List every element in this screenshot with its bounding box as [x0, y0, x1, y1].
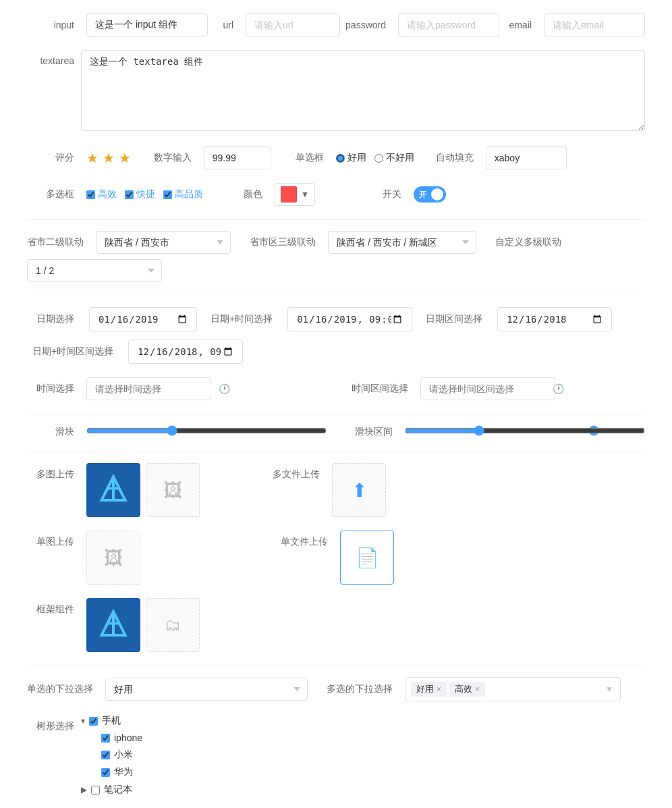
autofill-input[interactable] — [486, 146, 567, 169]
tree-root-checkbox[interactable] — [89, 717, 98, 726]
url-field[interactable] — [246, 14, 340, 36]
multi-select[interactable]: 好用 × 高效 × ▼ — [405, 677, 621, 701]
star-3[interactable]: ★ — [119, 151, 131, 165]
frame-logo[interactable] — [86, 598, 140, 652]
single-select[interactable]: 好用 — [105, 678, 308, 701]
checkbox-option-3[interactable]: 高品质 — [163, 188, 203, 200]
textarea-label: textarea — [27, 50, 74, 66]
checkbox-text-1: 高效 — [98, 188, 117, 200]
checkbox-input-3[interactable] — [163, 190, 172, 199]
color-dropdown-icon: ▼ — [301, 190, 309, 199]
date-input[interactable] — [89, 307, 197, 331]
autofill-label: 自动填充 — [433, 152, 474, 164]
email-field[interactable] — [544, 14, 645, 36]
datetimerange-input[interactable] — [128, 340, 243, 364]
input-field[interactable] — [86, 14, 208, 36]
radio-label: 单选框 — [290, 152, 324, 164]
datetime-label: 日期+时间选择 — [211, 313, 273, 325]
date-label: 日期选择 — [27, 313, 74, 325]
star-2[interactable]: ★ — [103, 151, 115, 165]
image-icon: 🖼 — [163, 479, 182, 502]
slider-range-max[interactable] — [405, 425, 645, 436]
checkbox-input-1[interactable] — [86, 190, 95, 199]
custom-select[interactable]: 1 / 2 — [27, 259, 162, 282]
radio-option-1[interactable]: 好用 — [336, 152, 366, 164]
city-select[interactable]: 陕西省 / 西安市 / 新城区 — [328, 231, 476, 254]
tree-child-label-2: 小米 — [114, 749, 133, 761]
tree-select: ▾ 手机 iphone 小米 华为 ▶ — [81, 715, 645, 801]
image-icon-2: 🖼 — [104, 547, 123, 569]
tag-close-2[interactable]: × — [475, 684, 480, 694]
tag-close-1[interactable]: × — [437, 684, 441, 694]
password-field[interactable] — [398, 14, 499, 36]
single-file-label: 单文件上传 — [281, 531, 328, 548]
folder-icon: 🗂 — [165, 616, 181, 635]
multi-image-label: 多图上传 — [27, 463, 74, 481]
slider-input[interactable] — [86, 425, 327, 436]
radio-label-2: 不好用 — [386, 152, 414, 164]
timerange-label: 时间区间选择 — [352, 383, 408, 395]
single-image-label: 单图上传 — [27, 531, 74, 548]
rating-stars[interactable]: ★ ★ ★ — [86, 150, 132, 166]
slider-range-label: 滑块区间 — [352, 426, 393, 438]
document-icon: 📄 — [356, 547, 379, 569]
color-picker[interactable]: ▼ — [275, 183, 315, 206]
radio-input-2[interactable] — [374, 154, 383, 163]
checkbox-input-2[interactable] — [125, 190, 134, 199]
toggle-on-text: 开 — [419, 190, 426, 200]
image-upload-placeholder-1[interactable]: 🖼 — [146, 463, 200, 517]
file-upload-placeholder-1[interactable]: ⬆ — [332, 463, 386, 517]
tree-child-label-3: 华为 — [114, 766, 133, 778]
checkbox-option-2[interactable]: 快捷 — [125, 188, 155, 200]
radio-group: 好用 不好用 — [336, 152, 414, 164]
datetime-input[interactable] — [287, 307, 412, 331]
logo-svg — [96, 473, 130, 507]
frame-file-placeholder[interactable]: 🗂 — [146, 598, 200, 652]
custom-label: 自定义多级联动 — [495, 236, 561, 248]
tree-toggle-2[interactable]: ▶ — [81, 785, 87, 794]
time-input[interactable] — [95, 383, 213, 394]
checkbox-option-1[interactable]: 高效 — [86, 188, 117, 200]
tag-text-2: 高效 — [455, 683, 472, 695]
star-1[interactable]: ★ — [86, 151, 99, 165]
frame-logo-svg — [96, 608, 130, 642]
radio-label-1: 好用 — [347, 152, 366, 164]
radio-option-2[interactable]: 不好用 — [374, 152, 414, 164]
checkbox-group: 高效 快捷 高品质 — [86, 188, 203, 200]
email-label: email — [505, 20, 532, 30]
number-input[interactable] — [204, 146, 271, 169]
uploaded-image-1[interactable] — [86, 463, 140, 517]
tag-2[interactable]: 高效 × — [449, 682, 485, 697]
url-label: url — [213, 20, 233, 30]
radio-input-1[interactable] — [336, 154, 345, 163]
tree-toggle-1[interactable]: ▾ — [81, 716, 85, 726]
multi-file-label: 多文件上传 — [273, 463, 320, 481]
timerange-input[interactable] — [429, 383, 547, 394]
multi-image-upload: 🖼 — [86, 463, 200, 517]
tree-root-label: 手机 — [102, 715, 121, 727]
checkbox-label: 多选框 — [27, 188, 74, 200]
multi-file-upload: ⬆ — [332, 463, 386, 517]
color-swatch — [281, 186, 297, 203]
tree-root2-checkbox[interactable] — [91, 786, 100, 794]
upload-icon: ⬆ — [352, 479, 367, 502]
province-select[interactable]: 陕西省 / 西安市 — [96, 231, 231, 254]
time-label: 时间选择 — [27, 383, 74, 395]
tree-child-checkbox-3[interactable] — [101, 768, 110, 777]
clock-icon: 🕐 — [219, 383, 230, 394]
password-label: password — [345, 20, 386, 30]
toggle-switch[interactable]: 开 — [414, 186, 446, 203]
single-image-upload[interactable]: 🖼 — [86, 531, 140, 585]
textarea-field[interactable]: 这是一个 textarea 组件 — [81, 50, 645, 131]
checkbox-text-2: 快捷 — [136, 188, 155, 200]
slider-label: 滑块 — [27, 426, 74, 438]
number-label: 数字输入 — [151, 152, 192, 164]
frame-upload: 🗂 — [86, 598, 200, 652]
single-file-upload[interactable]: 📄 — [340, 531, 394, 585]
checkbox-text-3: 高品质 — [175, 188, 203, 200]
tree-child-checkbox-2[interactable] — [101, 751, 110, 759]
tag-1[interactable]: 好用 × — [411, 682, 447, 697]
tree-child-checkbox-1[interactable] — [101, 734, 110, 743]
tree-child-label-1: iphone — [114, 732, 142, 743]
daterange-input[interactable] — [497, 307, 612, 331]
